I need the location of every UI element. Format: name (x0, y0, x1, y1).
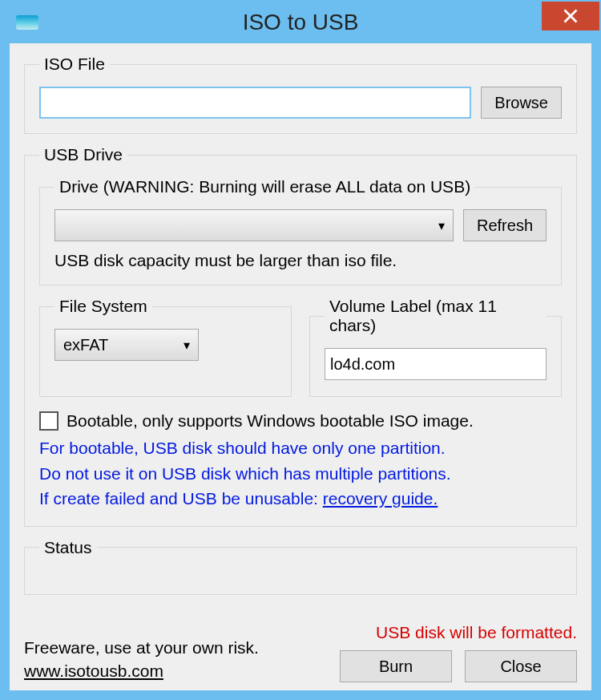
bootable-note-1: For bootable, USB disk should have only … (39, 435, 562, 461)
drive-subgroup: Drive (WARNING: Burning will erase ALL d… (39, 177, 562, 285)
iso-file-legend: ISO File (39, 55, 110, 74)
usb-drive-legend: USB Drive (39, 145, 127, 164)
file-system-group: File System exFAT ▾ (39, 297, 292, 397)
client-area: ISO File Browse USB Drive Drive (WARNING… (10, 43, 591, 690)
browse-button[interactable]: Browse (481, 87, 562, 119)
chevron-down-icon: ▾ (438, 218, 445, 233)
chevron-down-icon: ▾ (184, 338, 190, 353)
recovery-guide-link[interactable]: recovery guide. (323, 489, 438, 508)
volume-label-group: Volume Label (max 11 chars) (309, 297, 562, 397)
format-warning: USB disk will be formatted. (340, 623, 577, 642)
capacity-note: USB disk capacity must be larger than is… (54, 251, 547, 270)
file-system-legend: File System (54, 297, 152, 316)
volume-label-input[interactable] (325, 348, 547, 380)
volume-label-legend: Volume Label (max 11 chars) (325, 297, 547, 335)
burn-button[interactable]: Burn (340, 650, 452, 682)
bootable-note-3: If create failed and USB be unusable: (39, 489, 323, 508)
window-close-button[interactable] (542, 2, 599, 30)
close-button[interactable]: Close (465, 650, 577, 682)
window-title: ISO to USB (2, 10, 599, 35)
refresh-button[interactable]: Refresh (463, 209, 547, 241)
iso-path-input[interactable] (39, 87, 471, 119)
drive-legend: Drive (WARNING: Burning will erase ALL d… (54, 177, 475, 196)
website-link[interactable]: www.isotousb.com (24, 662, 163, 680)
drive-select[interactable]: ▾ (54, 209, 454, 241)
bootable-note-2: Do not use it on USB disk which has mult… (39, 461, 562, 487)
app-icon (16, 15, 38, 30)
app-window: ISO to USB ISO File Browse USB Drive Dri… (0, 0, 601, 700)
status-group: Status (24, 538, 577, 595)
freeware-note: Freeware, use at your own risk. (24, 637, 259, 659)
bootable-checkbox[interactable] (39, 411, 58, 431)
file-system-value: exFAT (63, 336, 108, 354)
status-legend: Status (39, 538, 97, 557)
close-icon (563, 8, 579, 24)
bootable-notes: For bootable, USB disk should have only … (39, 435, 562, 512)
usb-drive-group: USB Drive Drive (WARNING: Burning will e… (24, 145, 577, 527)
bootable-label: Bootable, only supports Windows bootable… (67, 411, 474, 431)
iso-file-group: ISO File Browse (24, 55, 577, 134)
file-system-select[interactable]: exFAT ▾ (54, 329, 199, 361)
titlebar[interactable]: ISO to USB (2, 2, 599, 43)
footer: Freeware, use at your own risk. www.isot… (24, 623, 577, 682)
